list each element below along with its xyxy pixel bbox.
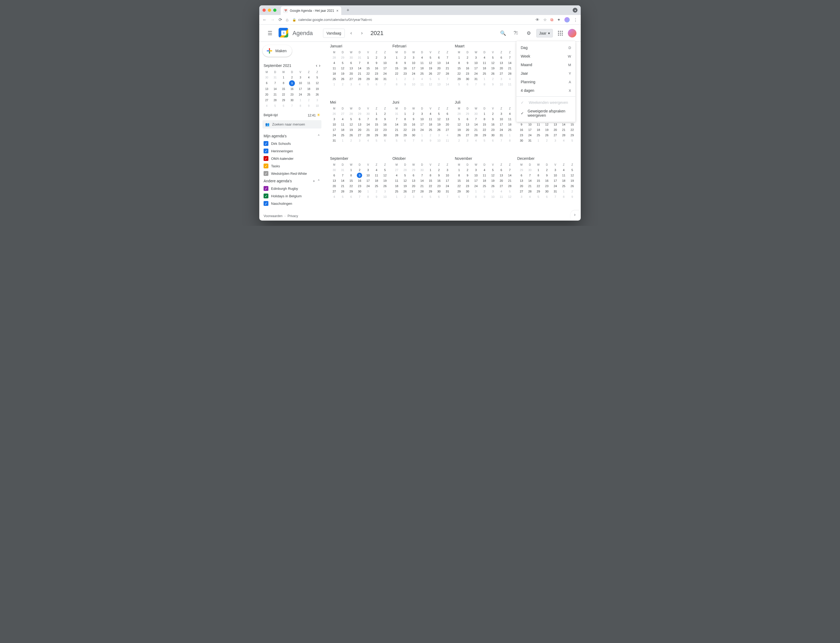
- day-cell[interactable]: 6: [497, 55, 506, 60]
- day-cell[interactable]: 1: [392, 194, 401, 199]
- day-cell[interactable]: 23: [435, 183, 443, 189]
- day-cell[interactable]: 2: [372, 55, 381, 60]
- calendar-checkbox[interactable]: ✓: [263, 156, 268, 161]
- day-cell[interactable]: 7: [443, 76, 452, 82]
- day-cell[interactable]: 6: [409, 173, 418, 178]
- day-cell[interactable]: 10: [418, 116, 427, 122]
- mini-day[interactable]: 1: [279, 75, 288, 80]
- day-cell[interactable]: 22: [455, 71, 463, 76]
- day-cell[interactable]: 13: [497, 60, 506, 65]
- day-cell[interactable]: 9: [568, 194, 577, 199]
- day-cell[interactable]: 25: [330, 76, 338, 82]
- day-cell[interactable]: 19: [435, 122, 443, 127]
- day-cell[interactable]: 8: [392, 60, 401, 65]
- day-cell[interactable]: 2: [489, 76, 497, 82]
- day-cell[interactable]: 14: [355, 65, 364, 71]
- account-avatar[interactable]: [568, 29, 577, 38]
- day-cell[interactable]: 5: [338, 194, 347, 199]
- mini-day[interactable]: 7: [288, 103, 296, 109]
- day-cell[interactable]: 9: [372, 194, 381, 199]
- day-cell[interactable]: 9: [517, 122, 526, 127]
- profile-avatar-small[interactable]: [564, 17, 570, 23]
- view-option[interactable]: JaarY: [516, 69, 575, 78]
- day-cell[interactable]: 18: [480, 65, 489, 71]
- day-cell[interactable]: 18: [560, 178, 568, 183]
- day-cell[interactable]: 17: [381, 65, 389, 71]
- day-cell[interactable]: 7: [355, 194, 364, 199]
- day-cell[interactable]: 25: [372, 183, 381, 189]
- day-cell[interactable]: 26: [330, 111, 338, 116]
- day-cell[interactable]: 2: [401, 76, 410, 82]
- day-cell[interactable]: 31: [526, 138, 534, 143]
- view-option[interactable]: PlanningA: [516, 78, 575, 86]
- day-cell[interactable]: 15: [347, 178, 355, 183]
- day-cell[interactable]: 8: [480, 82, 489, 87]
- day-cell[interactable]: 11: [534, 122, 543, 127]
- day-cell[interactable]: 9: [357, 173, 362, 178]
- day-cell[interactable]: 27: [517, 189, 526, 194]
- reload-button[interactable]: ⟳: [279, 17, 282, 22]
- day-cell[interactable]: 26: [543, 132, 551, 138]
- day-cell[interactable]: 7: [497, 138, 506, 143]
- day-cell[interactable]: 7: [443, 55, 452, 60]
- day-cell[interactable]: 14: [418, 178, 427, 183]
- view-option[interactable]: WeekW: [516, 52, 575, 60]
- day-cell[interactable]: 28: [392, 132, 401, 138]
- mini-day[interactable]: 8: [279, 80, 288, 86]
- day-cell[interactable]: 24: [364, 183, 372, 189]
- day-cell[interactable]: 19: [347, 127, 355, 132]
- day-cell[interactable]: 14: [505, 60, 514, 65]
- day-cell[interactable]: 1: [330, 82, 338, 87]
- day-cell[interactable]: 2: [543, 138, 551, 143]
- url-field[interactable]: 🔒 calendar.google.com/calendar/u/0/r/yea…: [292, 18, 532, 22]
- calendar-item[interactable]: ✓Holidays in Belgium: [263, 192, 322, 200]
- day-cell[interactable]: 4: [392, 173, 401, 178]
- day-cell[interactable]: 7: [338, 173, 347, 178]
- day-cell[interactable]: 1: [426, 167, 435, 173]
- day-cell[interactable]: 11: [338, 122, 347, 127]
- day-cell[interactable]: 1: [338, 138, 347, 143]
- day-cell[interactable]: 6: [463, 82, 472, 87]
- day-cell[interactable]: 21: [364, 127, 372, 132]
- day-cell[interactable]: 31: [338, 167, 347, 173]
- mini-day[interactable]: 4: [304, 75, 313, 80]
- day-cell[interactable]: 3: [497, 111, 506, 116]
- day-cell[interactable]: 24: [472, 71, 480, 76]
- day-cell[interactable]: 8: [392, 82, 401, 87]
- day-cell[interactable]: 11: [505, 82, 514, 87]
- back-button[interactable]: ←: [263, 17, 267, 22]
- day-cell[interactable]: 25: [338, 132, 347, 138]
- mini-day[interactable]: 18: [304, 86, 313, 92]
- day-cell[interactable]: 31: [392, 111, 401, 116]
- day-cell[interactable]: 27: [392, 167, 401, 173]
- day-cell[interactable]: 9: [426, 138, 435, 143]
- day-cell[interactable]: 4: [418, 55, 427, 60]
- day-cell[interactable]: 5: [364, 82, 372, 87]
- day-cell[interactable]: 17: [330, 127, 338, 132]
- day-cell[interactable]: 12: [543, 122, 551, 127]
- day-cell[interactable]: 6: [401, 138, 410, 143]
- mini-day[interactable]: 2: [304, 98, 313, 103]
- mini-day[interactable]: 12: [313, 80, 322, 86]
- day-cell[interactable]: 15: [455, 178, 463, 183]
- day-cell[interactable]: 9: [489, 82, 497, 87]
- day-cell[interactable]: 23: [463, 183, 472, 189]
- day-cell[interactable]: 20: [347, 71, 355, 76]
- day-cell[interactable]: 9: [480, 194, 489, 199]
- day-cell[interactable]: 2: [455, 138, 463, 143]
- day-cell[interactable]: 24: [409, 71, 418, 76]
- day-cell[interactable]: 30: [409, 132, 418, 138]
- day-cell[interactable]: 22: [480, 127, 489, 132]
- day-cell[interactable]: 15: [568, 122, 577, 127]
- day-cell[interactable]: 13: [497, 173, 506, 178]
- day-cell[interactable]: 31: [355, 55, 364, 60]
- day-cell[interactable]: 6: [489, 138, 497, 143]
- mini-day[interactable]: 30: [263, 75, 271, 80]
- day-cell[interactable]: 16: [517, 127, 526, 132]
- day-cell[interactable]: 3: [517, 194, 526, 199]
- day-cell[interactable]: 21: [392, 127, 401, 132]
- day-cell[interactable]: 2: [426, 132, 435, 138]
- day-cell[interactable]: 28: [443, 71, 452, 76]
- day-cell[interactable]: 28: [401, 167, 410, 173]
- day-cell[interactable]: 1: [472, 189, 480, 194]
